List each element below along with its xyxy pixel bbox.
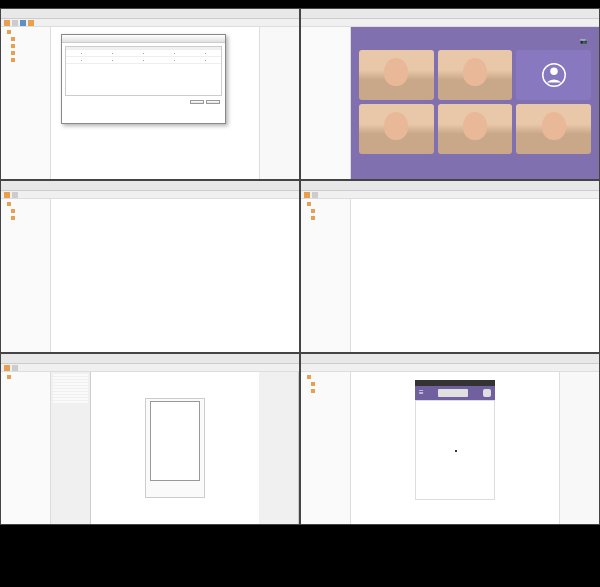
save-icon[interactable] <box>312 192 318 198</box>
design-canvas[interactable] <box>91 372 259 524</box>
save-icon[interactable] <box>12 192 18 198</box>
palette-section[interactable] <box>53 389 88 391</box>
device-chooser-dialog: ----- ----- <box>61 34 226 124</box>
folder-icon <box>311 389 315 393</box>
save-icon[interactable] <box>12 20 18 26</box>
dialog-title <box>62 35 225 43</box>
package-explorer[interactable] <box>301 27 351 179</box>
thumbnail-1: ----- ----- <box>0 8 300 180</box>
ide-toolbar[interactable] <box>301 364 599 372</box>
folder-icon <box>11 209 15 213</box>
palette-section[interactable] <box>53 392 88 394</box>
ide-menubar[interactable] <box>301 181 599 191</box>
device-preview[interactable] <box>145 398 205 498</box>
palette-section[interactable] <box>53 401 88 403</box>
palette-widget[interactable] <box>53 377 88 379</box>
emulator-preview: ≡ <box>351 372 559 524</box>
avd-table[interactable]: ----- ----- <box>65 46 222 96</box>
folder-icon <box>11 44 15 48</box>
ide-menubar[interactable] <box>1 9 299 19</box>
cursor-dot <box>455 450 457 452</box>
cancel-button[interactable] <box>206 100 220 104</box>
friends-grid <box>359 46 591 158</box>
ide-menubar[interactable] <box>301 354 599 364</box>
thumbnail-3 <box>0 180 300 352</box>
thumbnail-4 <box>300 180 600 352</box>
folder-icon <box>11 58 15 62</box>
camera-icon[interactable] <box>483 389 491 397</box>
avatar[interactable] <box>438 50 513 100</box>
ide-menubar[interactable] <box>1 181 299 191</box>
app-preview: 📷 <box>351 27 599 179</box>
ide-menubar[interactable] <box>1 354 299 364</box>
thumbnail-grid: ----- ----- 📷 <box>0 8 600 525</box>
app-bar: ≡ <box>415 386 495 400</box>
avatar[interactable] <box>359 50 434 100</box>
ide-menubar[interactable] <box>301 9 599 19</box>
svg-point-1 <box>550 68 558 76</box>
outline-panel[interactable] <box>559 372 599 524</box>
folder-icon <box>311 209 315 213</box>
code-editor[interactable] <box>51 199 299 351</box>
outline-panel[interactable] <box>259 27 299 179</box>
thumbnail-6: ≡ <box>300 353 600 525</box>
palette-section[interactable] <box>53 374 88 376</box>
folder-icon <box>311 216 315 220</box>
ide-toolbar[interactable] <box>301 191 599 199</box>
ide-toolbar[interactable] <box>1 191 299 199</box>
file-info-header <box>0 0 600 8</box>
phone-frame: ≡ <box>415 380 495 500</box>
folder-icon <box>11 51 15 55</box>
avatar[interactable] <box>516 104 591 154</box>
ide-toolbar[interactable] <box>301 19 599 27</box>
app-content[interactable] <box>415 400 495 500</box>
app-title-badge <box>438 389 468 397</box>
new-icon[interactable] <box>4 192 10 198</box>
package-explorer[interactable] <box>301 199 351 351</box>
palette-section[interactable] <box>53 383 88 385</box>
menu-icon[interactable]: ≡ <box>419 388 424 397</box>
palette-section[interactable] <box>53 395 88 397</box>
avatar[interactable] <box>359 104 434 154</box>
thumbnail-5 <box>0 353 300 525</box>
code-editor[interactable] <box>351 199 599 351</box>
new-icon[interactable] <box>4 20 10 26</box>
folder-icon <box>11 216 15 220</box>
package-explorer[interactable] <box>1 27 51 179</box>
avatar-placeholder[interactable] <box>516 50 591 100</box>
folder-icon <box>11 37 15 41</box>
folder-icon <box>7 375 11 379</box>
ok-button[interactable] <box>190 100 204 104</box>
avatar[interactable] <box>438 104 513 154</box>
new-icon[interactable] <box>304 192 310 198</box>
palette-section[interactable] <box>53 386 88 388</box>
package-explorer[interactable] <box>1 199 51 351</box>
ide-toolbar[interactable] <box>1 364 299 372</box>
folder-icon <box>311 382 315 386</box>
package-explorer[interactable] <box>301 372 351 524</box>
thumbnail-2: 📷 <box>300 8 600 180</box>
folder-icon <box>7 30 11 34</box>
debug-icon[interactable] <box>20 20 26 26</box>
save-icon[interactable] <box>12 365 18 371</box>
ide-toolbar[interactable] <box>1 19 299 27</box>
structure-panel[interactable] <box>259 372 299 524</box>
folder-icon <box>7 202 11 206</box>
palette-widget[interactable] <box>53 380 88 382</box>
folder-icon <box>307 375 311 379</box>
run-icon[interactable] <box>28 20 34 26</box>
widget-palette[interactable] <box>51 372 91 524</box>
layout-designer <box>51 372 299 524</box>
folder-icon <box>307 202 311 206</box>
camera-icon[interactable]: 📷 <box>580 37 587 44</box>
new-icon[interactable] <box>4 365 10 371</box>
package-explorer[interactable] <box>1 372 51 524</box>
palette-section[interactable] <box>53 398 88 400</box>
